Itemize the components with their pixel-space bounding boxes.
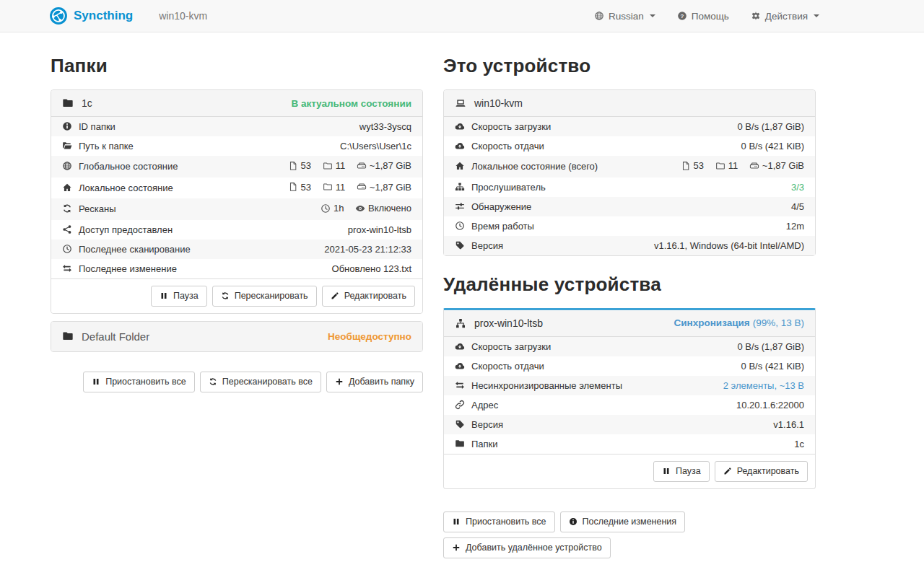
pause-button[interactable]: Пауза [653,461,710,482]
brand-label: Syncthing [74,9,133,23]
row-label: Последнее изменение [79,263,177,274]
hdd-icon [357,182,367,192]
clock-icon [62,244,72,254]
row-label: Версия [471,419,503,430]
recent-changes-button[interactable]: Последние изменения [560,511,686,532]
link-icon [455,400,465,410]
this-device-name: win10-kvm [474,97,523,109]
row-label: ID папки [79,121,116,132]
listeners-value: 3/3 [626,177,815,197]
globe-icon [594,11,604,21]
row-label: Скорость загрузки [471,121,551,132]
row-label: Локальное состояние (всего) [471,161,598,172]
pause-all-devices-button[interactable]: Приостановить все [443,511,555,532]
syncthing-brand[interactable]: Syncthing [49,6,133,25]
hdd-icon [749,161,759,171]
info-circle-icon [569,517,578,526]
devices-column: Это устройство win10-kvm Скорость загруз… [443,32,816,558]
add-folder-button[interactable]: Добавить папку [326,372,423,392]
folder-status-badge: Необщедоступно [328,331,411,342]
devices-list-actions: Приостановить все Последние изменения До… [443,511,746,558]
table-row: Локальное состояние (всего) 53 11 ~1,87 … [444,156,815,177]
laptop-icon [455,97,466,109]
pause-icon [92,377,100,386]
file-icon [288,161,298,171]
plus-icon [452,543,461,552]
table-row: Последнее изменение Обновлено 123.txt [51,259,422,278]
navbar-device-name: win10-kvm [159,10,207,22]
table-row: Версия v1.16.1, Windows (64-bit Intel/AM… [444,236,815,255]
folder-outline-icon [715,161,725,171]
pause-all-folders-button[interactable]: Приостановить все [83,372,195,392]
globe-icon [62,161,72,171]
main-content: Папки 1c В актуальном состоянии ID папки… [0,32,924,558]
table-row: Адрес 10.20.1.6:22000 [444,395,815,415]
remote-device-name: prox-win10-ltsb [474,317,543,329]
table-row: Скорость отдачи 0 B/s (421 KiB) [444,136,815,156]
table-row: Прослушиватель 3/3 [444,177,815,197]
download-rate-value: 0 B/s (1,87 GiB) [684,336,815,356]
tag-icon [455,240,465,250]
cloud-download-icon [455,341,465,351]
row-label: Время работы [471,221,534,232]
row-label: Версия [471,240,503,251]
folder-outline-icon [323,161,333,171]
syncthing-logo-icon [49,6,68,25]
actions-menu[interactable]: Действия [751,11,819,22]
rescan-button[interactable]: Пересканировать [212,286,317,307]
question-circle-icon [677,11,687,21]
folders-list-actions: Приостановить все Пересканировать все До… [51,372,423,392]
row-label: Локальное состояние [79,183,173,193]
folder-icon [62,97,74,109]
local-state-value: 53 11 ~1,87 GiB [240,177,422,199]
this-device-table: Скорость загрузки 0 B/s (1,87 GiB) Скоро… [444,116,815,255]
gear-icon [751,11,761,21]
cloud-download-icon [455,121,465,131]
help-label: Помощь [692,11,729,22]
row-label: Скорость загрузки [471,341,551,352]
folder-name: Default Folder [82,330,149,343]
table-row: Глобальное состояние 53 11 ~1,87 GiB [51,156,422,177]
help-menu[interactable]: Помощь [677,11,729,22]
folder-panel-heading[interactable]: Default Folder Необщедоступно [51,322,422,351]
table-row: Доступ предоставлен prox-win10-ltsb [51,220,422,240]
edit-button[interactable]: Редактировать [715,461,808,482]
refresh-icon [209,377,217,386]
file-icon [681,161,691,171]
rescan-all-button[interactable]: Пересканировать все [200,372,321,392]
edit-button[interactable]: Редактировать [322,286,415,307]
cloud-upload-icon [455,141,465,151]
row-label: Адрес [471,400,498,410]
table-row: Скорость загрузки 0 B/s (1,87 GiB) [444,117,815,137]
pause-icon [160,291,168,300]
folder-actions: Пауза Пересканировать Редактировать [51,278,422,313]
folder-panel-heading[interactable]: 1c В актуальном состоянии [51,90,422,116]
row-label: Скорость отдачи [471,361,544,372]
sitemap-icon [455,182,465,192]
add-remote-device-button[interactable]: Добавить удалённое устройство [443,537,611,558]
folder-id-value: wyt33-3yscq [240,117,422,137]
refresh-icon [62,203,72,214]
share-icon [62,224,72,234]
last-change-value: Обновлено 123.txt [240,259,422,278]
row-label: Обнаружение [471,201,531,212]
pause-icon [452,517,461,526]
rescans-value: 1h Включено [240,198,422,220]
this-device-heading: Это устройство [443,55,816,77]
exchange-icon [62,263,72,273]
navbar: Syncthing win10-kvm Russian Помощь Дейст… [0,0,924,32]
remote-device-panel-heading[interactable]: prox-win10-ltsb Синхронизация(99%, 13 B) [444,310,815,336]
global-state-value: 53 11 ~1,87 GiB [240,156,422,177]
language-menu[interactable]: Russian [594,11,655,22]
eye-icon [355,203,365,214]
table-row: Несинхронизированные элементы 2 элементы… [444,376,815,395]
plus-icon [335,377,344,386]
folders-column: Папки 1c В актуальном состоянии ID папки… [51,32,423,558]
this-device-panel-heading[interactable]: win10-kvm [444,90,815,116]
table-row: Ресканы 1h Включено [51,198,422,220]
row-label: Последнее сканирование [79,244,191,255]
upload-rate-value: 0 B/s (421 KiB) [684,356,815,376]
refresh-icon [221,291,230,300]
pause-button[interactable]: Пауза [151,286,207,307]
out-of-sync-items-link[interactable]: 2 элементы, ~13 B [723,380,804,391]
